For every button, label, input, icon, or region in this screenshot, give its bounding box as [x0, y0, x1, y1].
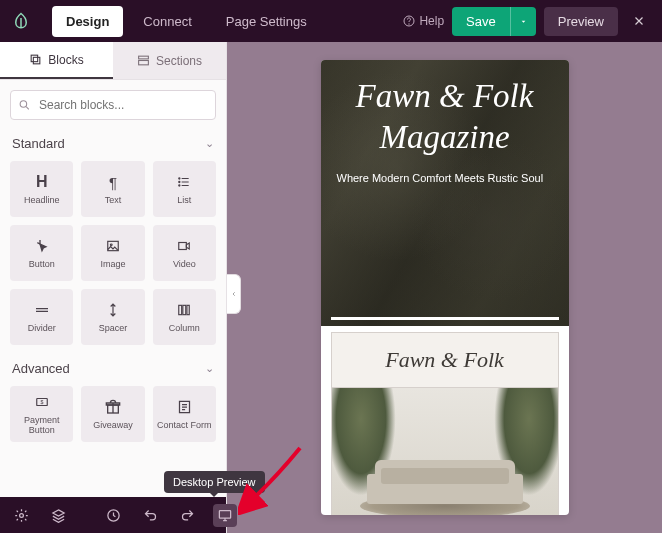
svg-point-1	[409, 24, 410, 25]
chevron-down-icon: ⌄	[205, 362, 214, 375]
preview-button[interactable]: Preview	[544, 7, 618, 36]
help-label: Help	[419, 14, 444, 28]
content-card[interactable]: Fawn & Folk	[331, 332, 559, 515]
hero-section[interactable]: Fawn & Folk Magazine Where Modern Comfor…	[321, 60, 569, 326]
save-dropdown[interactable]	[510, 7, 536, 36]
video-icon	[176, 236, 192, 256]
block-giveaway[interactable]: Giveaway	[81, 386, 144, 442]
save-button[interactable]: Save	[452, 7, 510, 36]
save-group: Save	[452, 7, 536, 36]
close-button[interactable]	[626, 14, 652, 28]
section-advanced-label: Advanced	[12, 361, 70, 376]
blocks-scroll[interactable]: Standard ⌄ HHeadline ¶Text List Button I…	[0, 130, 226, 497]
chevron-down-icon: ⌄	[205, 137, 214, 150]
hero-title[interactable]: Fawn & Folk Magazine	[337, 76, 553, 159]
settings-button[interactable]	[10, 504, 33, 527]
svg-point-20	[20, 513, 24, 517]
list-icon	[176, 172, 192, 192]
giveaway-icon	[105, 397, 121, 417]
block-list-label: List	[177, 196, 191, 206]
top-actions: Help Save Preview	[403, 7, 652, 36]
card-title[interactable]: Fawn & Folk	[332, 333, 558, 388]
history-button[interactable]	[102, 504, 125, 527]
history-icon	[106, 508, 121, 523]
tab-blocks[interactable]: Blocks	[0, 42, 113, 79]
search-input[interactable]	[10, 90, 216, 120]
canvas[interactable]: Fawn & Folk Magazine Where Modern Comfor…	[227, 42, 662, 533]
redo-icon	[180, 508, 195, 523]
block-giveaway-label: Giveaway	[93, 421, 133, 431]
svg-point-9	[179, 185, 180, 186]
blocks-icon	[29, 53, 42, 66]
block-list[interactable]: List	[153, 161, 216, 217]
svg-point-8	[179, 181, 180, 182]
sofa-decoration	[375, 460, 515, 504]
advanced-grid: $Payment Button Giveaway Contact Form	[0, 382, 226, 452]
block-spacer-label: Spacer	[99, 324, 128, 334]
block-column[interactable]: Column	[153, 289, 216, 345]
layers-button[interactable]	[47, 504, 70, 527]
svg-point-6	[20, 101, 27, 108]
block-image[interactable]: Image	[81, 225, 144, 281]
preview-device[interactable]: Fawn & Folk Magazine Where Modern Comfor…	[321, 60, 569, 515]
spacer-icon	[106, 300, 120, 320]
nav-page-settings[interactable]: Page Settings	[212, 6, 321, 37]
section-standard[interactable]: Standard ⌄	[0, 130, 226, 157]
card-image[interactable]	[332, 388, 558, 515]
brand-logo[interactable]	[10, 10, 32, 32]
tab-sections[interactable]: Sections	[113, 42, 226, 79]
block-button[interactable]: Button	[10, 225, 73, 281]
block-text[interactable]: ¶Text	[81, 161, 144, 217]
close-icon	[632, 14, 646, 28]
svg-rect-3	[34, 57, 41, 64]
tab-blocks-label: Blocks	[48, 53, 83, 67]
caret-down-icon	[519, 17, 528, 26]
section-standard-label: Standard	[12, 136, 65, 151]
block-column-label: Column	[169, 324, 200, 334]
form-icon	[177, 397, 192, 417]
block-headline-label: Headline	[24, 196, 60, 206]
block-contact-form[interactable]: Contact Form	[153, 386, 216, 442]
nav-design[interactable]: Design	[52, 6, 123, 37]
svg-rect-4	[139, 56, 149, 59]
search-icon	[18, 99, 31, 112]
sections-icon	[137, 54, 150, 67]
svg-rect-12	[179, 243, 187, 250]
block-spacer[interactable]: Spacer	[81, 289, 144, 345]
hero-subtitle[interactable]: Where Modern Comfort Meets Rustic Soul	[337, 171, 553, 186]
redo-button[interactable]	[176, 504, 199, 527]
nav-connect[interactable]: Connect	[129, 6, 205, 37]
help-link[interactable]: Help	[403, 14, 444, 28]
svg-point-7	[179, 178, 180, 179]
undo-icon	[143, 508, 158, 523]
help-icon	[403, 15, 415, 27]
block-headline[interactable]: HHeadline	[10, 161, 73, 217]
block-text-label: Text	[105, 196, 122, 206]
top-bar: Design Connect Page Settings Help Save P…	[0, 0, 662, 42]
block-image-label: Image	[100, 260, 125, 270]
block-divider-label: Divider	[28, 324, 56, 334]
bottom-bar	[0, 497, 226, 533]
svg-rect-14	[183, 305, 186, 314]
svg-rect-15	[187, 305, 189, 314]
block-contact-label: Contact Form	[157, 421, 212, 431]
divider-icon	[34, 300, 50, 320]
top-nav: Design Connect Page Settings	[52, 6, 321, 37]
text-icon: ¶	[109, 172, 117, 192]
block-payment-button[interactable]: $Payment Button	[10, 386, 73, 442]
svg-text:$: $	[40, 399, 43, 405]
sidebar-tabs: Blocks Sections	[0, 42, 226, 80]
svg-rect-13	[179, 305, 182, 314]
layers-icon	[51, 508, 66, 523]
column-icon	[176, 300, 192, 320]
undo-button[interactable]	[139, 504, 162, 527]
image-icon	[105, 236, 121, 256]
section-advanced[interactable]: Advanced ⌄	[0, 355, 226, 382]
button-icon	[34, 236, 50, 256]
block-video-label: Video	[173, 260, 196, 270]
payment-icon: $	[34, 392, 50, 412]
headline-icon: H	[36, 172, 48, 192]
block-video[interactable]: Video	[153, 225, 216, 281]
tab-sections-label: Sections	[156, 54, 202, 68]
block-divider[interactable]: Divider	[10, 289, 73, 345]
